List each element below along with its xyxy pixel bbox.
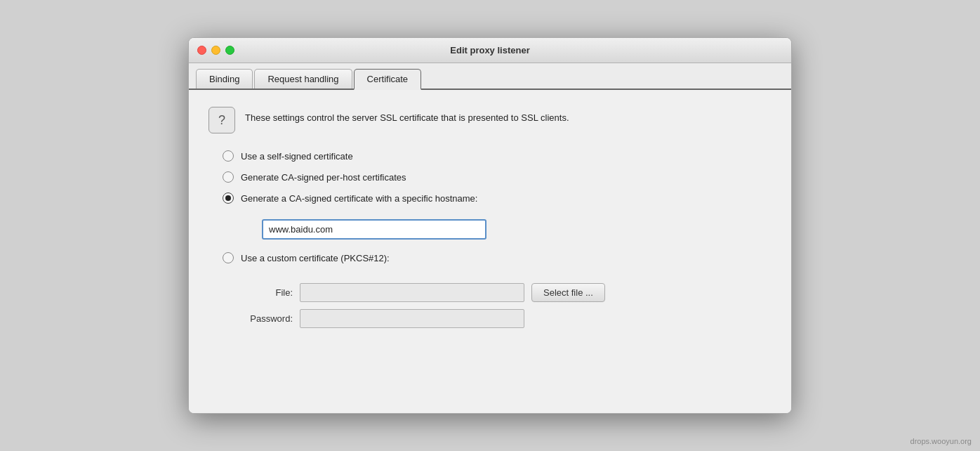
minimize-button[interactable] [211,46,220,55]
radio-custom-cert[interactable]: Use a custom certificate (PKCS#12): [223,252,772,263]
select-file-button[interactable]: Select file ... [531,283,605,302]
file-label: File: [237,287,293,298]
radio-custom-cert-indicator [223,252,234,263]
titlebar: Edit proxy listener [189,38,791,63]
radio-ca-specific-hostname-indicator [223,192,234,204]
radio-ca-per-host-indicator [223,171,234,183]
file-section: File: Select file ... Password: [237,283,772,328]
radio-custom-cert-label: Use a custom certificate (PKCS#12): [241,253,390,263]
info-text: These settings control the server SSL ce… [245,107,569,125]
password-label: Password: [237,313,293,324]
hostname-input[interactable] [262,219,486,240]
radio-ca-specific-hostname-label: Generate a CA-signed certificate with a … [241,193,477,204]
password-input[interactable] [300,309,524,328]
radio-self-signed-label: Use a self-signed certificate [241,151,353,162]
radio-self-signed-indicator [223,150,234,162]
file-input[interactable] [300,283,524,302]
traffic-lights [197,46,234,55]
radio-group: Use a self-signed certificate Generate C… [223,150,772,328]
maximize-button[interactable] [225,46,234,55]
radio-ca-per-host-label: Generate CA-signed per-host certificates [241,172,406,183]
tab-binding[interactable]: Binding [196,69,253,89]
radio-dot [225,195,231,201]
info-icon: ? [208,107,235,133]
file-row: File: Select file ... [237,283,772,302]
watermark: drops.wooyun.org [911,437,972,445]
password-row: Password: [237,309,772,328]
main-window: Edit proxy listener Binding Request hand… [188,37,792,414]
radio-ca-per-host[interactable]: Generate CA-signed per-host certificates [223,171,772,183]
info-row: ? These settings control the server SSL … [208,107,772,133]
tab-bar: Binding Request handling Certificate [189,63,791,90]
close-button[interactable] [197,46,206,55]
hostname-field-container [262,219,772,240]
tab-content: ? These settings control the server SSL … [189,90,791,413]
window-title: Edit proxy listener [450,45,529,55]
radio-ca-specific-hostname[interactable]: Generate a CA-signed certificate with a … [223,192,772,204]
radio-self-signed[interactable]: Use a self-signed certificate [223,150,772,162]
tab-request-handling[interactable]: Request handling [254,69,352,89]
tab-certificate[interactable]: Certificate [354,69,422,90]
